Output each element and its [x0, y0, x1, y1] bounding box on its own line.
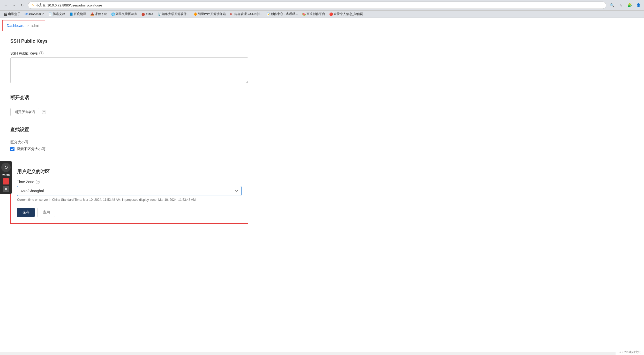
- bookmark-label: 阿里矢量图标库: [116, 12, 137, 16]
- bookmark-label: 清华大学开源软件...: [162, 12, 189, 16]
- bookmark-favicon: On: [25, 12, 28, 16]
- widget-timer: 26:38: [2, 174, 10, 177]
- address-bar[interactable]: ⚠ 不安全 10.0.0.72:8080/user/admin/configur…: [28, 2, 606, 9]
- session-help-icon[interactable]: ?: [42, 110, 46, 114]
- bookmark-label: ProcessOn: [29, 12, 44, 16]
- save-button[interactable]: 保存: [17, 208, 35, 217]
- bookmark-chuangzuo[interactable]: 📝 创作中心 - 哔哩哔...: [265, 11, 299, 17]
- timezone-section: 用户定义的时区 Time Zone ? Asia/Shanghai Asia/T…: [10, 162, 248, 224]
- browser-chrome: ← → ↻ ⚠ 不安全 10.0.0.72:8080/user/admin/co…: [0, 0, 644, 18]
- widget-icon[interactable]: ↻: [1, 163, 11, 172]
- breadcrumb-separator: >: [27, 24, 29, 28]
- bookmark-xigua[interactable]: 🍉 西瓜创作平台: [301, 11, 327, 17]
- session-section-title: 断开会话: [10, 94, 248, 103]
- back-button[interactable]: ←: [2, 2, 9, 9]
- bookmark-favicon: 🔶: [193, 12, 197, 16]
- bookmark-favicon: 🌐: [111, 12, 115, 16]
- timezone-help-icon[interactable]: ?: [36, 180, 40, 184]
- apply-button[interactable]: 应用: [37, 208, 55, 217]
- breadcrumb-current-page: admin: [31, 24, 41, 28]
- extension-button[interactable]: 🧩: [626, 2, 633, 9]
- security-warning-label: 不安全: [36, 3, 46, 8]
- breadcrumb-dashboard-link[interactable]: Dashboard: [7, 24, 25, 28]
- case-insensitive-checkbox[interactable]: [10, 147, 14, 151]
- main-content: Dashboard > admin SSH Public Keys SSH Pu…: [0, 18, 644, 352]
- bookmark-label: 查看个人信息_学信网: [334, 12, 363, 16]
- bookmark-favicon: 📝: [266, 12, 270, 16]
- case-insensitive-row: 搜索不区分大小写: [10, 147, 248, 151]
- bookmark-tengxun[interactable]: 📄 腾讯文档: [47, 11, 67, 17]
- widget-stop-button[interactable]: [3, 178, 9, 184]
- search-settings-section: 查找设置 区分大小写 搜索不区分大小写: [10, 127, 248, 151]
- bookmark-favicon: ⬤: [141, 12, 145, 16]
- bookmark-tsinghua[interactable]: 📡 清华大学开源软件...: [156, 11, 191, 17]
- bookmark-label: 课程下载: [95, 12, 107, 16]
- bookmark-favicon: 📄: [48, 12, 52, 16]
- bookmarks-bar: 🎬 电影盒子 On ProcessOn 📄 腾讯文档 📘 百度翻译 📥 课程下载…: [0, 10, 644, 18]
- bookmark-star-button[interactable]: ☆: [617, 2, 624, 9]
- session-section: 断开会话 断开所有会话 ?: [10, 94, 248, 116]
- content-area: SSH Public Keys SSH Public Keys ? 断开会话 断…: [0, 33, 259, 229]
- ssh-help-icon[interactable]: ?: [39, 51, 43, 55]
- bookmark-favicon: 🍉: [302, 12, 306, 16]
- profile-button[interactable]: 👤: [635, 2, 642, 9]
- breadcrumb: Dashboard > admin: [2, 20, 45, 31]
- nav-buttons: ← → ↻: [2, 2, 26, 9]
- disconnect-all-button[interactable]: 断开所有会话: [10, 108, 39, 116]
- button-row: 保存 应用: [17, 208, 242, 217]
- case-sensitivity-label: 区分大小写: [10, 140, 248, 145]
- timezone-section-title: 用户定义的时区: [17, 168, 242, 175]
- bookmark-label: 阿里巴巴开源镜像站: [198, 12, 226, 16]
- bookmark-dianying[interactable]: 🎬 电影盒子: [2, 11, 22, 17]
- bookmark-alibaba[interactable]: 🔶 阿里巴巴开源镜像站: [192, 11, 227, 17]
- bookmark-kecheng[interactable]: 📥 课程下载: [89, 11, 109, 17]
- browser-toolbar-icons: 🔍 ☆ 🧩 👤: [608, 2, 642, 9]
- timezone-select-wrapper: Asia/Shanghai Asia/Tokyo Asia/Singapore …: [17, 186, 242, 196]
- bookmark-favicon: C: [230, 12, 234, 16]
- reload-button[interactable]: ↻: [19, 2, 26, 9]
- footer-text: CSDN ©心机之处: [619, 350, 641, 352]
- bookmark-label: 内容管理-CSDN创...: [234, 12, 262, 16]
- bookmark-processon[interactable]: On ProcessOn: [23, 12, 46, 17]
- case-insensitive-label: 搜索不区分大小写: [17, 147, 46, 151]
- bookmark-label: 创作中心 - 哔哩哔...: [271, 12, 298, 16]
- bookmark-favicon: 📘: [69, 12, 73, 16]
- timezone-field-label: Time Zone ?: [17, 180, 242, 184]
- zoom-button[interactable]: 🔍: [608, 2, 616, 9]
- ssh-section-title: SSH Public Keys: [10, 39, 248, 46]
- time-hint: Current time on server in China Standard…: [17, 198, 242, 202]
- forward-button[interactable]: →: [10, 2, 18, 9]
- widget-pause-button[interactable]: ⏸: [3, 186, 9, 192]
- bookmark-aliyun[interactable]: 🌐 阿里矢量图标库: [110, 11, 139, 17]
- bookmark-favicon: 🎬: [4, 12, 7, 16]
- bookmark-label: 电影盒子: [8, 12, 20, 16]
- bookmark-label: 百度翻译: [74, 12, 86, 16]
- url-text: 10.0.0.72:8080/user/admin/configure: [47, 3, 102, 7]
- browser-toolbar: ← → ↻ ⚠ 不安全 10.0.0.72:8080/user/admin/co…: [0, 0, 644, 10]
- bookmark-gitee[interactable]: ⬤ Gitee: [140, 12, 155, 17]
- floating-widget: ↻ 26:38 ⏸: [0, 161, 12, 194]
- bookmark-baidu[interactable]: 📘 百度翻译: [68, 11, 88, 17]
- bookmark-xuexin[interactable]: 🔴 查看个人信息_学信网: [328, 11, 365, 17]
- bookmark-label: Gitee: [146, 12, 153, 16]
- bookmark-favicon: 📥: [90, 12, 94, 16]
- bookmark-label: 腾讯文档: [53, 12, 65, 16]
- search-settings-title: 查找设置: [10, 127, 248, 135]
- timezone-select[interactable]: Asia/Shanghai Asia/Tokyo Asia/Singapore …: [17, 186, 242, 196]
- security-warning-icon: ⚠: [31, 3, 34, 7]
- ssh-textarea[interactable]: [10, 57, 248, 83]
- bookmark-label: 西瓜创作平台: [306, 12, 325, 16]
- bookmark-csdn[interactable]: C 内容管理-CSDN创...: [228, 11, 264, 17]
- ssh-field-label: SSH Public Keys ?: [10, 51, 248, 55]
- bookmark-favicon: 🔴: [329, 12, 333, 16]
- page: Dashboard > admin SSH Public Keys SSH Pu…: [0, 18, 644, 352]
- bookmark-favicon: 📡: [158, 12, 161, 16]
- page-footer: CSDN ©心机之处: [616, 349, 644, 352]
- ssh-section: SSH Public Keys SSH Public Keys ?: [10, 39, 248, 84]
